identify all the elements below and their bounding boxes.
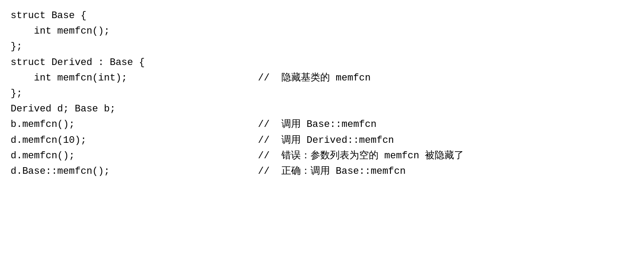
code-line: d.memfcn(10);// 调用 Derived::memfcn: [11, 133, 633, 148]
code-line: d.Base::memfcn();// 正确：调用 Base::memfcn: [11, 164, 633, 179]
code-comment: // 隐藏基类的 memfcn: [258, 70, 371, 86]
code-text: d.memfcn();: [11, 148, 240, 164]
code-line: };: [11, 86, 633, 101]
code-text: int memfcn();: [11, 23, 240, 39]
code-text: };: [11, 86, 240, 101]
code-comment: // 错误：参数列表为空的 memfcn 被隐藏了: [258, 148, 464, 164]
code-text: };: [11, 39, 240, 54]
code-line: Derived d; Base b;: [11, 101, 633, 117]
code-comment: // 调用 Base::memfcn: [258, 117, 376, 132]
code-block: struct Base { int memfcn();};struct Deri…: [0, 0, 644, 187]
code-text: b.memfcn();: [11, 117, 240, 132]
code-line: struct Base {: [11, 8, 633, 23]
code-text: d.memfcn(10);: [11, 133, 240, 148]
code-line: d.memfcn();// 错误：参数列表为空的 memfcn 被隐藏了: [11, 148, 633, 164]
code-text: int memfcn(int);: [11, 70, 240, 86]
code-comment: // 调用 Derived::memfcn: [258, 133, 394, 148]
code-line: int memfcn(int);// 隐藏基类的 memfcn: [11, 70, 633, 86]
code-text: struct Derived : Base {: [11, 55, 240, 70]
code-text: d.Base::memfcn();: [11, 164, 240, 179]
code-text: Derived d; Base b;: [11, 101, 240, 117]
code-line: };: [11, 39, 633, 54]
code-text: struct Base {: [11, 8, 240, 23]
code-line: struct Derived : Base {: [11, 55, 633, 70]
code-line: int memfcn();: [11, 23, 633, 39]
code-line: b.memfcn();// 调用 Base::memfcn: [11, 117, 633, 132]
code-comment: // 正确：调用 Base::memfcn: [258, 164, 405, 179]
